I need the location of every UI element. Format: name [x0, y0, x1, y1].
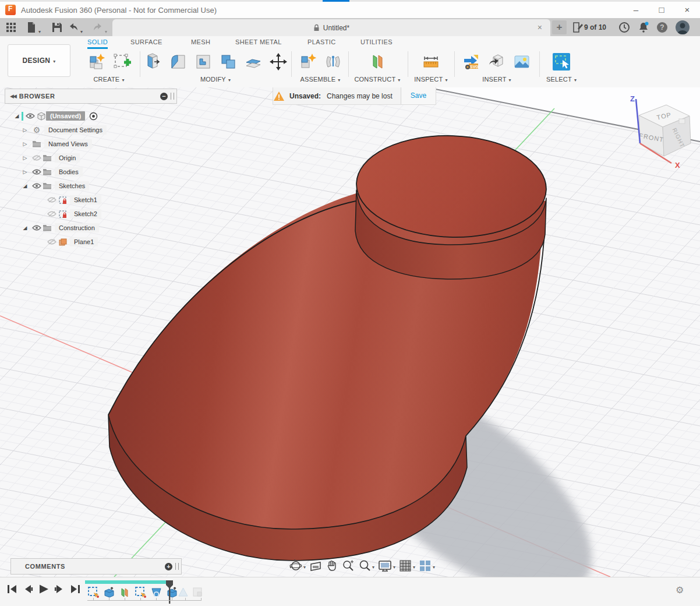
document-counter-icon[interactable]	[572, 22, 584, 33]
feature-timeline[interactable]	[85, 580, 225, 604]
tab-close-icon[interactable]: ×	[538, 23, 542, 32]
tree-row-sketches[interactable]: ◢ Sketches	[5, 179, 177, 193]
measure-icon[interactable]	[421, 52, 441, 72]
feature-icon[interactable]	[119, 586, 131, 598]
display-caret-icon[interactable]	[393, 561, 395, 571]
tree-row-named-views[interactable]: ▷ Named Views	[5, 137, 177, 151]
panel-resize-grip[interactable]	[175, 563, 179, 570]
step-forward-button[interactable]	[54, 584, 65, 594]
add-comment-icon[interactable]: +	[165, 563, 172, 570]
create-sketch-icon[interactable]	[112, 52, 132, 72]
expander-collapsed-icon[interactable]: ▷	[22, 141, 28, 147]
file-menu-icon[interactable]	[26, 22, 37, 33]
grid-snap-tool[interactable]	[399, 559, 415, 572]
tree-item-label[interactable]: Document Settings	[44, 125, 107, 135]
display-settings-tool[interactable]	[378, 559, 395, 572]
tree-item-label[interactable]: Plane1	[70, 237, 98, 246]
expander-collapsed-icon[interactable]: ▷	[22, 127, 28, 133]
help-icon[interactable]: ?	[657, 22, 667, 33]
expander-expanded-icon[interactable]: ◢	[14, 113, 20, 119]
expander-collapsed-icon[interactable]: ▷	[22, 155, 28, 161]
feature-icon-suppressed[interactable]	[192, 586, 204, 598]
new-body-icon[interactable]	[87, 52, 107, 72]
group-label-construct[interactable]: CONSTRUCT	[354, 76, 400, 83]
tree-item-label[interactable]: Named Views	[44, 139, 92, 149]
group-label-create[interactable]: CREATE	[93, 76, 124, 83]
eye-visible-icon[interactable]	[31, 225, 42, 231]
group-label-insert[interactable]: INSERT	[482, 76, 511, 83]
eye-hidden-icon[interactable]	[47, 211, 57, 217]
go-to-end-button[interactable]	[70, 584, 80, 594]
tab-plastic[interactable]: PLASTIC	[307, 38, 336, 47]
viewports-tool[interactable]	[419, 559, 435, 572]
fit-tool[interactable]	[358, 559, 374, 572]
tab-sheet-metal[interactable]: SHEET METAL	[235, 38, 282, 47]
expander-expanded-icon[interactable]: ◢	[22, 225, 28, 231]
tree-item-label[interactable]: Construction	[55, 223, 99, 232]
tree-item-label[interactable]: Sketches	[55, 181, 89, 191]
comments-bar[interactable]: COMMENTS +	[10, 558, 182, 575]
grid-caret-icon[interactable]	[413, 561, 415, 571]
feature-icon-suppressed[interactable]	[177, 586, 189, 598]
go-to-start-button[interactable]	[7, 584, 17, 594]
feature-icon[interactable]	[150, 586, 162, 598]
play-button[interactable]	[38, 584, 49, 594]
model-viewport[interactable]: Unsaved: Changes may be lost Save ◀◀ BRO…	[0, 87, 700, 577]
viewports-caret-icon[interactable]	[433, 561, 435, 571]
browser-header[interactable]: ◀◀ BROWSER −	[5, 89, 177, 104]
tree-item-label[interactable]: Sketch1	[70, 195, 101, 205]
group-label-inspect[interactable]: INSPECT	[414, 76, 447, 83]
tree-row-root[interactable]: ◢ (Unsaved)	[5, 109, 177, 123]
group-label-assemble[interactable]: ASSEMBLE	[300, 76, 340, 83]
save-icon[interactable]	[51, 22, 63, 33]
zoom-tool[interactable]	[342, 559, 355, 572]
press-pull-icon[interactable]	[143, 52, 163, 72]
insert-mesh-icon[interactable]	[487, 52, 507, 72]
view-cube[interactable]: TOP FRONT RIGHT Z X	[616, 92, 700, 177]
expander-collapsed-icon[interactable]: ▷	[22, 169, 28, 175]
redo-caret-icon[interactable]	[105, 25, 107, 36]
tab-surface[interactable]: SURFACE	[130, 38, 162, 47]
timeline-settings-gear-icon[interactable]: ⚙	[676, 584, 684, 596]
eye-visible-icon[interactable]	[31, 183, 42, 189]
orbit-caret-icon[interactable]	[303, 561, 306, 571]
combine-icon[interactable]	[218, 52, 238, 72]
eye-hidden-icon[interactable]	[47, 239, 57, 245]
insert-svg-icon[interactable]: SVG	[462, 52, 482, 72]
file-menu-caret-icon[interactable]	[38, 25, 41, 36]
root-component-label[interactable]: (Unsaved)	[46, 111, 85, 121]
feature-icon[interactable]	[87, 586, 100, 598]
orbit-tool[interactable]	[289, 559, 306, 572]
construction-plane-icon[interactable]	[367, 52, 387, 72]
group-label-modify[interactable]: MODIFY	[200, 76, 231, 83]
job-status-clock-icon[interactable]	[618, 22, 630, 33]
hole-icon[interactable]	[193, 52, 213, 72]
tree-item-label[interactable]: Sketch2	[70, 209, 101, 219]
move-icon[interactable]	[268, 52, 288, 72]
maximize-button[interactable]: □	[649, 2, 674, 17]
tree-row-construction[interactable]: ◢ Construction	[5, 221, 177, 235]
tree-row-sketch1[interactable]: Sketch1	[5, 193, 177, 207]
eye-hidden-icon[interactable]	[47, 197, 57, 203]
tree-item-label[interactable]: Bodies	[55, 167, 83, 177]
eye-visible-icon[interactable]	[25, 113, 36, 119]
eye-visible-icon[interactable]	[31, 169, 42, 175]
group-label-select[interactable]: SELECT	[546, 76, 577, 83]
tab-mesh[interactable]: MESH	[191, 38, 210, 47]
tab-solid[interactable]: SOLID	[87, 38, 108, 49]
new-tab-button[interactable]: +	[552, 20, 567, 34]
joint-icon[interactable]	[323, 52, 343, 72]
collapse-panel-icon[interactable]: ◀◀	[10, 93, 16, 99]
tree-row-bodies[interactable]: ▷ Bodies	[5, 165, 177, 179]
workspace-selector[interactable]: DESIGN	[8, 44, 70, 77]
app-grid-icon[interactable]	[6, 22, 17, 33]
activate-radio-icon[interactable]	[88, 112, 98, 121]
undo-icon[interactable]	[68, 22, 79, 33]
step-back-button[interactable]	[23, 584, 33, 594]
eye-hidden-icon[interactable]	[31, 155, 42, 161]
save-button[interactable]: Save	[401, 87, 436, 104]
redo-icon[interactable]	[92, 22, 104, 33]
minimize-panel-icon[interactable]: −	[160, 93, 168, 100]
tree-row-plane1[interactable]: Plane1	[5, 235, 177, 249]
select-icon[interactable]	[551, 51, 572, 72]
